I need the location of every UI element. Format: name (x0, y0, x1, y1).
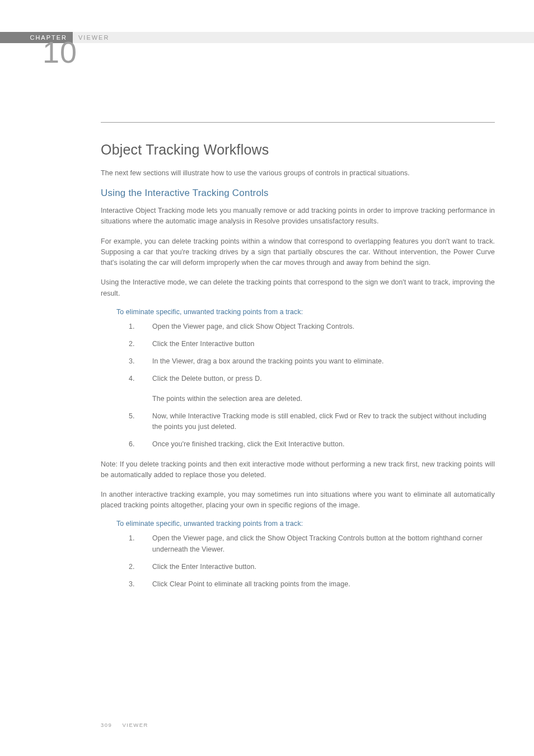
list-item: 2.Click the Enter Interactive button (129, 339, 495, 349)
list-item: 2.Click the Enter Interactive button. (129, 562, 495, 572)
list-item: 3.In the Viewer, drag a box around the t… (129, 356, 495, 367)
step-number: 2. (129, 562, 152, 572)
list-item: 6.Once you're finished tracking, click t… (129, 439, 495, 450)
instruction-heading: To eliminate specific, unwanted tracking… (116, 308, 495, 316)
step-text: Now, while Interactive Tracking mode is … (152, 411, 495, 432)
content-area: Object Tracking Workflows The next few s… (101, 122, 495, 599)
step-text: In the Viewer, drag a box around the tra… (152, 356, 495, 367)
chapter-name: VIEWER (78, 32, 109, 43)
list-item: 1.Open the Viewer page, and click the Sh… (129, 533, 495, 554)
step-number: 1. (129, 321, 152, 332)
chapter-number: 10 (43, 37, 77, 67)
step-number: 5. (129, 411, 152, 432)
step-number: 4. (129, 374, 152, 384)
horizontal-rule (101, 122, 495, 123)
step-number: 1. (129, 533, 152, 554)
subheading: Using the Interactive Tracking Controls (101, 188, 495, 199)
list-item: 3.Click Clear Point to eliminate all tra… (129, 579, 495, 590)
step-text: Open the Viewer page, and click the Show… (152, 533, 495, 554)
step-text: Click Clear Point to eliminate all track… (152, 579, 495, 590)
step-number: 3. (129, 579, 152, 590)
intro-paragraph: The next few sections will illustrate ho… (101, 168, 495, 179)
body-paragraph: Interactive Object Tracking mode lets yo… (101, 206, 495, 227)
list-item: 5.Now, while Interactive Tracking mode i… (129, 411, 495, 432)
note-paragraph: Note: If you delete tracking points and … (101, 459, 495, 480)
steps-list: 1.Open the Viewer page, and click the Sh… (129, 533, 495, 590)
step-number: 6. (129, 439, 152, 450)
step-text: Click the Delete button, or press D. (152, 374, 495, 384)
step-number: 3. (129, 356, 152, 367)
step-text: Once you're finished tracking, click the… (152, 439, 495, 450)
steps-list: 1.Open the Viewer page, and click Show O… (129, 321, 495, 385)
page-number: 309 (101, 722, 112, 728)
body-paragraph: For example, you can delete tracking poi… (101, 236, 495, 269)
step-text: Click the Enter Interactive button (152, 339, 495, 349)
step-number: 2. (129, 339, 152, 349)
step-text: Open the Viewer page, and click Show Obj… (152, 321, 495, 332)
body-paragraph: Using the Interactive mode, we can delet… (101, 277, 495, 298)
instruction-heading: To eliminate specific, unwanted tracking… (116, 520, 495, 528)
step-subnote: The points within the selection area are… (152, 394, 495, 404)
list-item: 4.Click the Delete button, or press D. (129, 374, 495, 384)
list-item: 1.Open the Viewer page, and click Show O… (129, 321, 495, 332)
footer: 309 VIEWER (101, 722, 148, 728)
steps-list: 5.Now, while Interactive Tracking mode i… (129, 411, 495, 450)
section-title: Object Tracking Workflows (101, 142, 495, 158)
body-paragraph: In another interactive tracking example,… (101, 489, 495, 511)
footer-label: VIEWER (123, 722, 148, 728)
step-text: Click the Enter Interactive button. (152, 562, 495, 572)
page: CHAPTER VIEWER 10 Object Tracking Workfl… (0, 0, 534, 756)
